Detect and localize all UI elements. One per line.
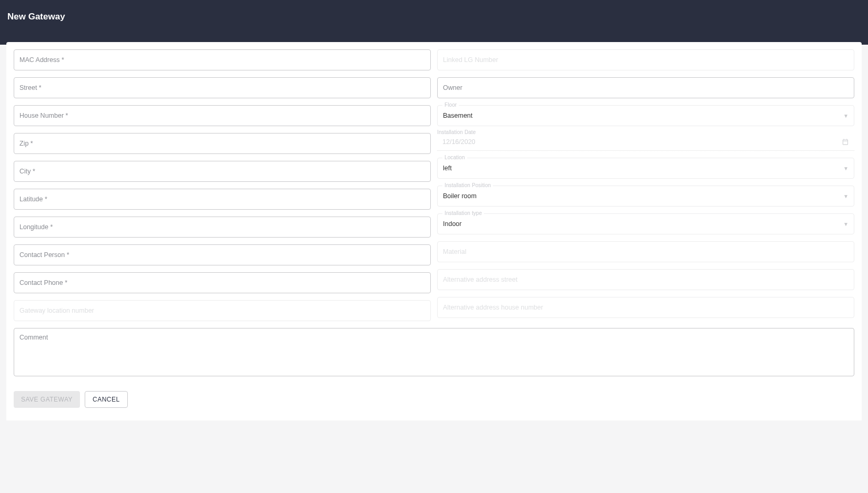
alt-address-house-number-field[interactable] — [437, 297, 854, 318]
location-value: left — [443, 165, 843, 172]
material-field[interactable] — [437, 241, 854, 262]
form-actions: SAVE GATEWAY CANCEL — [14, 391, 854, 408]
mac-address-input[interactable] — [19, 56, 425, 64]
installation-type-label: Installation type — [442, 210, 484, 216]
linked-lg-number-field[interactable] — [437, 49, 854, 70]
gateway-location-number-field[interactable] — [14, 300, 431, 321]
alt-address-house-number-input[interactable] — [443, 304, 849, 311]
page-header: New Gateway — [0, 0, 868, 45]
comment-field[interactable] — [14, 328, 854, 376]
location-select[interactable]: Location left ▼ — [437, 158, 854, 179]
cancel-button[interactable]: CANCEL — [85, 391, 128, 408]
comment-input[interactable] — [19, 334, 849, 371]
gateway-location-number-input[interactable] — [19, 307, 425, 314]
chevron-down-icon: ▼ — [843, 193, 849, 199]
latitude-input[interactable] — [19, 196, 425, 203]
street-input[interactable] — [19, 84, 425, 91]
chevron-down-icon: ▼ — [843, 113, 849, 119]
form-columns: Floor Basement ▼ Installation Date Locat… — [14, 49, 854, 321]
mac-address-field[interactable] — [14, 49, 431, 70]
zip-input[interactable] — [19, 140, 425, 147]
installation-position-value: Boiler room — [443, 192, 843, 200]
contact-person-field[interactable] — [14, 244, 431, 265]
contact-person-input[interactable] — [19, 251, 425, 259]
location-label: Location — [442, 155, 467, 160]
installation-position-label: Installation Position — [442, 182, 493, 188]
city-field[interactable] — [14, 161, 431, 182]
contact-phone-field[interactable] — [14, 272, 431, 293]
house-number-input[interactable] — [19, 112, 425, 119]
longitude-field[interactable] — [14, 217, 431, 238]
latitude-field[interactable] — [14, 189, 431, 210]
page-title: New Gateway — [7, 12, 861, 22]
installation-type-value: Indoor — [443, 220, 843, 228]
street-field[interactable] — [14, 77, 431, 98]
calendar-icon[interactable] — [842, 138, 849, 146]
save-gateway-button[interactable]: SAVE GATEWAY — [14, 391, 80, 408]
floor-select[interactable]: Floor Basement ▼ — [437, 105, 854, 126]
linked-lg-number-input[interactable] — [443, 56, 849, 64]
left-column — [14, 49, 431, 321]
form-card: Floor Basement ▼ Installation Date Locat… — [6, 42, 862, 420]
comment-row — [14, 328, 854, 376]
chevron-down-icon: ▼ — [843, 166, 849, 171]
installation-date-field[interactable]: Installation Date — [437, 133, 854, 151]
installation-date-input[interactable] — [442, 138, 842, 146]
owner-field[interactable] — [437, 77, 854, 98]
alt-address-street-field[interactable] — [437, 269, 854, 290]
floor-label: Floor — [442, 102, 459, 108]
house-number-field[interactable] — [14, 105, 431, 126]
alt-address-street-input[interactable] — [443, 276, 849, 283]
chevron-down-icon: ▼ — [843, 221, 849, 227]
zip-field[interactable] — [14, 133, 431, 154]
owner-input[interactable] — [443, 84, 849, 91]
city-input[interactable] — [19, 168, 425, 175]
right-column: Floor Basement ▼ Installation Date Locat… — [437, 49, 854, 321]
installation-type-select[interactable]: Installation type Indoor ▼ — [437, 213, 854, 234]
installation-date-label: Installation Date — [437, 129, 478, 135]
floor-value: Basement — [443, 112, 843, 119]
installation-position-select[interactable]: Installation Position Boiler room ▼ — [437, 186, 854, 207]
material-input[interactable] — [443, 248, 849, 255]
longitude-input[interactable] — [19, 223, 425, 231]
contact-phone-input[interactable] — [19, 279, 425, 286]
